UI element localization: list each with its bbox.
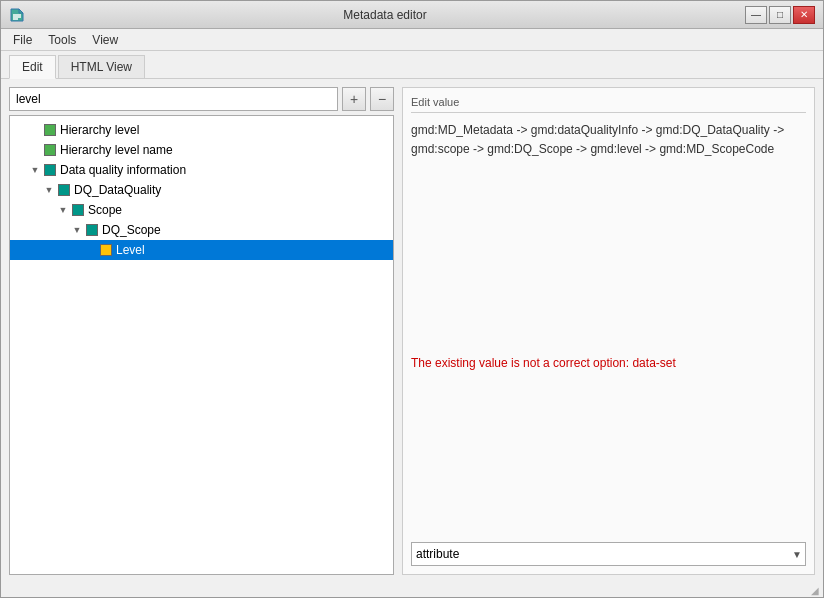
close-button[interactable]: ✕: [793, 6, 815, 24]
menu-tools[interactable]: Tools: [40, 31, 84, 49]
tab-bar: Edit HTML View: [1, 51, 823, 79]
tree-item-scope[interactable]: ▼ Scope: [10, 200, 393, 220]
tree-item-hierarchy-level[interactable]: Hierarchy level: [10, 120, 393, 140]
expander-level: [84, 243, 98, 257]
expander-hierarchy-level-name: [28, 143, 42, 157]
label-scope: Scope: [88, 203, 122, 217]
dropdown-wrapper: attributeattributeTypecollectionHardware…: [411, 542, 806, 566]
expander-data-quality-info: ▼: [28, 163, 42, 177]
tree-item-hierarchy-level-name[interactable]: Hierarchy level name: [10, 140, 393, 160]
edit-value-label: Edit value: [411, 96, 806, 113]
menu-view[interactable]: View: [84, 31, 126, 49]
expander-hierarchy-level: [28, 123, 42, 137]
menu-bar: File Tools View: [1, 29, 823, 51]
label-dq-dataquality: DQ_DataQuality: [74, 183, 161, 197]
search-input[interactable]: [9, 87, 338, 111]
tree-item-data-quality-info[interactable]: ▼ Data quality information: [10, 160, 393, 180]
menu-file[interactable]: File: [5, 31, 40, 49]
label-hierarchy-level-name: Hierarchy level name: [60, 143, 173, 157]
main-content: + − Hierarchy level Hierarchy level n: [1, 79, 823, 583]
tree-item-dq-dataquality[interactable]: ▼ DQ_DataQuality: [10, 180, 393, 200]
icon-scope: [72, 204, 84, 216]
error-text: The existing value is not a correct opti…: [411, 356, 806, 370]
add-button[interactable]: +: [342, 87, 366, 111]
remove-button[interactable]: −: [370, 87, 394, 111]
tab-edit[interactable]: Edit: [9, 55, 56, 79]
tree-item-level[interactable]: Level: [10, 240, 393, 260]
minimize-button[interactable]: —: [745, 6, 767, 24]
icon-dq-dataquality: [58, 184, 70, 196]
tab-html-view[interactable]: HTML View: [58, 55, 145, 78]
dropdown-container: attributeattributeTypecollectionHardware…: [411, 542, 806, 566]
icon-hierarchy-level-name: [44, 144, 56, 156]
tree-panel[interactable]: Hierarchy level Hierarchy level name ▼ D…: [9, 115, 394, 575]
tree-item-dq-scope[interactable]: ▼ DQ_Scope: [10, 220, 393, 240]
expander-dq-scope: ▼: [70, 223, 84, 237]
search-bar: + −: [9, 87, 394, 111]
right-panel: Edit value gmd:MD_Metadata -> gmd:dataQu…: [402, 87, 815, 575]
window-title: Metadata editor: [25, 8, 745, 22]
icon-level: [100, 244, 112, 256]
icon-dq-scope: [86, 224, 98, 236]
expander-dq-dataquality: ▼: [42, 183, 56, 197]
label-dq-scope: DQ_Scope: [102, 223, 161, 237]
label-level: Level: [116, 243, 145, 257]
window-icon: [9, 7, 25, 23]
resize-handle[interactable]: ◢: [1, 583, 823, 597]
label-hierarchy-level: Hierarchy level: [60, 123, 139, 137]
expander-scope: ▼: [56, 203, 70, 217]
main-window: Metadata editor — □ ✕ File Tools View Ed…: [0, 0, 824, 598]
title-bar: Metadata editor — □ ✕: [1, 1, 823, 29]
maximize-button[interactable]: □: [769, 6, 791, 24]
icon-data-quality-info: [44, 164, 56, 176]
path-text: gmd:MD_Metadata -> gmd:dataQualityInfo -…: [411, 121, 806, 159]
title-buttons: — □ ✕: [745, 6, 815, 24]
label-data-quality-info: Data quality information: [60, 163, 186, 177]
icon-hierarchy-level: [44, 124, 56, 136]
left-panel: + − Hierarchy level Hierarchy level n: [9, 87, 394, 575]
value-dropdown[interactable]: attributeattributeTypecollectionHardware…: [411, 542, 806, 566]
